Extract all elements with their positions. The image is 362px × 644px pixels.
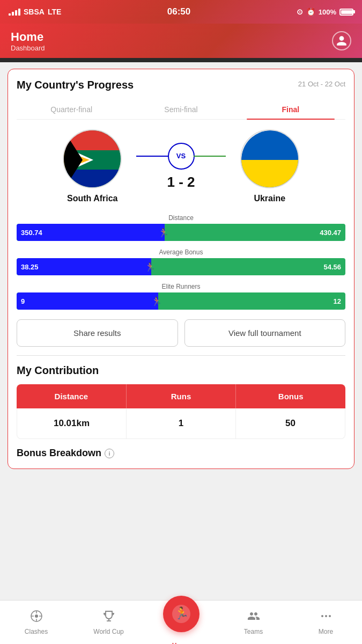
nav-more[interactable]: More: [290, 605, 362, 640]
stat-distance-bar: 350.74 🏃 430.47: [17, 224, 345, 241]
nav-teams[interactable]: Teams: [217, 605, 290, 640]
svg-text:🏃: 🏃: [174, 606, 189, 620]
svg-point-20: [321, 615, 323, 617]
vs-circle: VS: [168, 143, 195, 170]
nav-subtitle: Dashboard: [11, 44, 45, 52]
svg-point-22: [329, 615, 331, 617]
contrib-val-distance: 10.01km: [17, 408, 127, 438]
view-tournament-button[interactable]: View full tournament: [184, 319, 346, 347]
stat-distance-left: 350.74: [21, 229, 42, 237]
nav-clashes-label: Clashes: [25, 628, 48, 635]
signal-bars: [9, 9, 20, 16]
nav-home-label: Home: [172, 642, 190, 645]
contrib-val-runs: 1: [127, 408, 236, 438]
card-header: My Country's Progress 21 Oct - 22 Oct: [17, 79, 345, 91]
clashes-icon: [30, 610, 43, 626]
network-label: LTE: [48, 8, 61, 16]
svg-rect-8: [241, 160, 299, 188]
contribution-header: Distance Runs Bonus: [17, 384, 345, 408]
contrib-val-bonus: 50: [236, 408, 345, 438]
tab-quarter-final[interactable]: Quarter-final: [17, 100, 126, 119]
team-left: South Africa: [22, 129, 162, 203]
status-left: SBSA LTE: [9, 8, 61, 16]
svg-point-11: [35, 614, 38, 618]
info-icon[interactable]: i: [105, 449, 114, 458]
contrib-header-bonus: Bonus: [236, 384, 345, 408]
carrier-label: SBSA: [24, 8, 45, 16]
card-date: 21 Oct - 22 Oct: [298, 80, 345, 88]
bonus-title: Bonus Breakdown i: [17, 448, 345, 459]
stat-elite-right: 12: [334, 297, 341, 305]
tab-final[interactable]: Final: [236, 100, 345, 119]
stats-elite: Elite Runners 9 🏃 12: [17, 283, 345, 310]
stat-distance-label: Distance: [17, 214, 345, 222]
main-content: My Country's Progress 21 Oct - 22 Oct Qu…: [0, 62, 362, 524]
contribution-values: 10.01km 1 50: [17, 408, 345, 439]
card-title: My Country's Progress: [17, 79, 134, 91]
vs-line-left: [136, 156, 168, 157]
tab-semi-final[interactable]: Semi-final: [126, 100, 235, 119]
nav-teams-label: Teams: [244, 628, 263, 635]
team-left-name: South Africa: [67, 194, 118, 203]
stat-elite-bar: 9 🏃 12: [17, 292, 345, 310]
stat-distance-right: 430.47: [320, 229, 341, 237]
stat-bonus-left: 38.25: [21, 263, 39, 271]
stats-distance: Distance 350.74 🏃 430.47: [17, 214, 345, 241]
flag-ukraine: [240, 129, 299, 188]
bottom-nav: Clashes World Cup 🏃 Home Teams More: [0, 600, 362, 644]
team-right: Ukraine: [200, 129, 340, 203]
worldcup-icon: [102, 610, 115, 626]
score-center: VS 1 - 2: [162, 143, 199, 191]
match-score: 1 - 2: [167, 174, 195, 191]
bottom-spacer: [8, 469, 354, 517]
stat-bonus-right: 54.56: [323, 263, 341, 271]
home-fab[interactable]: 🏃: [163, 596, 200, 632]
stat-bonus-bar: 38.25 🏃 54.56: [17, 258, 345, 275]
bonus-section: Bonus Breakdown i: [17, 448, 345, 459]
stat-elite-left: 9: [21, 297, 25, 305]
svg-point-21: [325, 615, 327, 617]
team-right-name: Ukraine: [254, 194, 285, 203]
nav-clashes[interactable]: Clashes: [0, 605, 72, 640]
action-buttons: Share results View full tournament: [17, 319, 345, 347]
stat-elite-label: Elite Runners: [17, 283, 345, 290]
share-results-button[interactable]: Share results: [17, 319, 178, 347]
status-bar: SBSA LTE 06:50 ⊙ ⏰ 100%: [0, 0, 362, 24]
nav-bar: Home Dashboard: [0, 24, 362, 58]
nav-shadow: [0, 58, 362, 62]
nav-worldcup-label: World Cup: [93, 628, 123, 635]
match-tabs: Quarter-final Semi-final Final: [17, 100, 345, 120]
nav-more-label: More: [319, 628, 333, 635]
status-time: 06:50: [167, 6, 190, 17]
contrib-header-distance: Distance: [17, 384, 127, 408]
stats-avg-bonus: Average Bonus 38.25 🏃 54.56: [17, 248, 345, 275]
match-row: South Africa VS 1 - 2: [17, 129, 345, 203]
nav-home[interactable]: 🏃 Home: [145, 591, 217, 645]
vs-wrapper: VS: [167, 143, 195, 170]
status-right: ⊙ ⏰ 100%: [297, 8, 353, 16]
stat-bonus-label: Average Bonus: [17, 248, 345, 256]
nav-title-group: Home Dashboard: [11, 30, 45, 52]
contribution-section: My Contribution Distance Runs Bonus 10.0…: [17, 364, 345, 439]
more-icon: [320, 610, 333, 626]
nav-title: Home: [11, 30, 45, 44]
nav-avatar[interactable]: [332, 31, 351, 50]
progress-card: My Country's Progress 21 Oct - 22 Oct Qu…: [8, 69, 354, 469]
contrib-header-runs: Runs: [127, 384, 237, 408]
flag-south-africa: [63, 129, 122, 188]
contribution-title: My Contribution: [17, 364, 345, 377]
card-divider: [17, 355, 345, 356]
teams-icon: [247, 610, 260, 626]
nav-worldcup[interactable]: World Cup: [72, 605, 145, 640]
battery-pct: 100%: [319, 8, 336, 16]
battery-icon: [339, 9, 353, 16]
vs-line-right: [194, 156, 226, 157]
